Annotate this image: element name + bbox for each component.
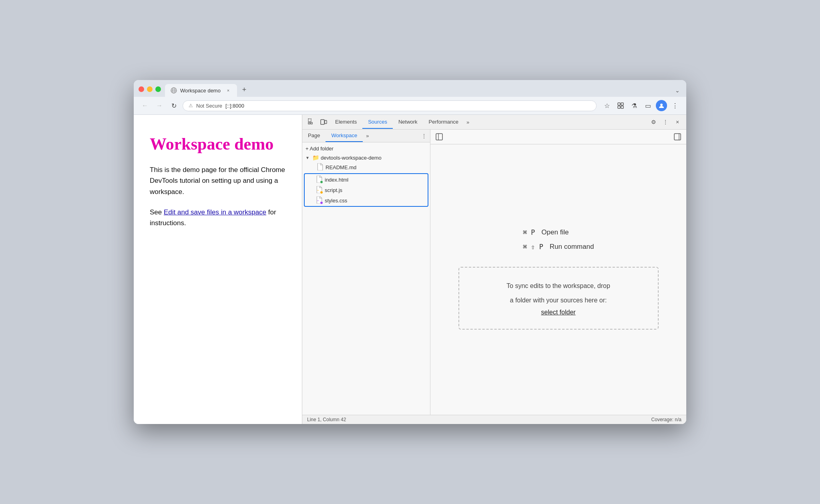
svg-rect-14 bbox=[325, 120, 327, 124]
minimize-window-button[interactable] bbox=[147, 86, 153, 92]
inspect-icon bbox=[308, 118, 315, 126]
svg-rect-15 bbox=[318, 190, 319, 190]
browser-tab-active[interactable]: Workspace demo × bbox=[165, 84, 237, 97]
webpage-content: Workspace demo This is the demo page for… bbox=[134, 115, 302, 424]
editor-toggle-button[interactable] bbox=[434, 131, 445, 142]
tree-file-index-html[interactable]: index.html bbox=[305, 174, 428, 185]
main-content: Workspace demo This is the demo page for… bbox=[134, 115, 686, 424]
sources-tab-page[interactable]: Page bbox=[302, 130, 326, 142]
shortcuts-area: ⌘ P Open file ⌘ ⇧ P Run command bbox=[523, 228, 594, 251]
status-coverage: Coverage: n/a bbox=[651, 417, 681, 422]
profile-button[interactable] bbox=[656, 100, 667, 111]
drop-zone-text-2: a folder with your sources here or: bbox=[478, 295, 639, 306]
device-icon bbox=[320, 118, 327, 126]
shortcut-run-label: Run command bbox=[550, 243, 594, 251]
close-window-button[interactable] bbox=[139, 86, 144, 92]
shortcut-open-file: ⌘ P Open file bbox=[523, 228, 569, 236]
svg-rect-17 bbox=[436, 134, 442, 140]
page-title: Workspace demo bbox=[150, 135, 286, 153]
window-controls bbox=[139, 86, 161, 97]
devtools-toolbar-right: ⚙ ⋮ × bbox=[648, 116, 683, 128]
devtools-close-button[interactable]: × bbox=[672, 116, 683, 128]
devtools-inspect-button[interactable] bbox=[305, 115, 318, 129]
page-body-text: This is the demo page for the official C… bbox=[150, 164, 286, 197]
html-file-icon bbox=[316, 176, 323, 184]
devtools-tab-sources[interactable]: Sources bbox=[362, 116, 393, 129]
tree-chevron-icon: ▼ bbox=[305, 156, 310, 160]
sources-tab-more[interactable]: » bbox=[363, 130, 372, 142]
tree-folder[interactable]: ▼ 📁 devtools-workspace-demo bbox=[302, 153, 430, 162]
address-input[interactable]: ⚠ Not Secure [::]:8000 bbox=[183, 100, 597, 111]
security-icon: ⚠ bbox=[189, 103, 193, 108]
tree-file-readme[interactable]: README.md bbox=[302, 162, 430, 172]
forward-button[interactable]: → bbox=[154, 100, 165, 111]
workspace-link[interactable]: Edit and save files in a workspace bbox=[164, 208, 266, 216]
readme-label: README.md bbox=[326, 164, 356, 170]
script-js-label: script.js bbox=[325, 187, 342, 193]
devtools-tab-elements[interactable]: Elements bbox=[330, 116, 362, 129]
sidebar-collapse-icon bbox=[674, 133, 681, 140]
svg-rect-16 bbox=[318, 200, 319, 201]
sources-sidebar: Page Workspace » ⋮ + Add folder bbox=[302, 130, 430, 415]
devtools-tab-performance[interactable]: Performance bbox=[423, 116, 464, 129]
sources-tab-bar: Page Workspace » ⋮ bbox=[302, 130, 430, 142]
devtools-settings-button[interactable]: ⚙ bbox=[648, 116, 659, 128]
devtools-tab-more[interactable]: » bbox=[464, 116, 472, 128]
sidebar-collapse-button[interactable] bbox=[672, 131, 683, 142]
file-tree: + Add folder ▼ 📁 devtools-workspace-demo bbox=[302, 142, 430, 415]
svg-rect-13 bbox=[321, 120, 324, 124]
shortcut-open-label: Open file bbox=[541, 228, 569, 236]
readme-file-icon bbox=[317, 163, 324, 171]
sidebar-button[interactable]: ▭ bbox=[642, 100, 653, 111]
drop-zone-text-1: To sync edits to the workspace, drop bbox=[478, 280, 639, 291]
sources-panel: Page Workspace » ⋮ + Add folder bbox=[302, 130, 686, 415]
green-dot bbox=[320, 180, 323, 184]
maximize-window-button[interactable] bbox=[155, 86, 161, 92]
file-highlight-group: index.html bbox=[304, 173, 428, 207]
svg-rect-10 bbox=[308, 119, 311, 122]
svg-rect-5 bbox=[618, 103, 620, 105]
shortcut-run-command: ⌘ ⇧ P Run command bbox=[523, 243, 594, 251]
svg-rect-12 bbox=[311, 122, 312, 124]
svg-rect-19 bbox=[674, 134, 681, 140]
purple-dot bbox=[320, 201, 323, 204]
tree-file-styles-css[interactable]: styles.css bbox=[305, 195, 428, 206]
svg-rect-8 bbox=[621, 106, 623, 108]
link-pre: See bbox=[150, 208, 164, 216]
svg-rect-11 bbox=[308, 122, 310, 124]
sources-tab-workspace[interactable]: Workspace bbox=[326, 130, 363, 142]
shortcut-run-keys: ⌘ ⇧ P bbox=[523, 243, 543, 251]
css-file-icon bbox=[316, 196, 323, 204]
tab-chevron-button[interactable]: ⌄ bbox=[675, 87, 680, 97]
sources-tab-menu[interactable]: ⋮ bbox=[418, 130, 430, 142]
tab-favicon bbox=[171, 87, 177, 94]
title-bar: Workspace demo × + ⌄ bbox=[134, 80, 686, 97]
page-link-text: See Edit and save files in a workspace f… bbox=[150, 207, 286, 228]
tree-file-script-js[interactable]: script.js bbox=[305, 185, 428, 195]
experiment-button[interactable]: ⚗ bbox=[629, 100, 640, 111]
extension-button[interactable] bbox=[615, 100, 626, 111]
profile-avatar bbox=[658, 102, 665, 109]
svg-point-9 bbox=[660, 104, 663, 106]
folder-label: devtools-workspace-demo bbox=[321, 155, 382, 161]
svg-rect-6 bbox=[621, 103, 623, 105]
back-button[interactable]: ← bbox=[139, 100, 151, 111]
new-tab-button[interactable]: + bbox=[239, 84, 250, 95]
extension-icon bbox=[617, 102, 624, 109]
browser-toolbar-icons: ☆ ⚗ ▭ ⋮ bbox=[601, 100, 681, 111]
select-folder-button[interactable]: select folder bbox=[541, 309, 575, 316]
devtools-tab-network[interactable]: Network bbox=[393, 116, 423, 129]
add-folder-button[interactable]: + Add folder bbox=[302, 144, 430, 153]
reload-button[interactable]: ↻ bbox=[168, 100, 179, 111]
chrome-menu-button[interactable]: ⋮ bbox=[669, 100, 681, 111]
index-html-label: index.html bbox=[325, 177, 348, 183]
devtools-tab-bar: Elements Sources Network Performance » ⚙… bbox=[302, 115, 686, 130]
bookmark-button[interactable]: ☆ bbox=[601, 100, 613, 111]
svg-rect-7 bbox=[618, 106, 620, 108]
editor-toggle-icon bbox=[436, 133, 443, 140]
drop-zone[interactable]: To sync edits to the workspace, drop a f… bbox=[458, 267, 659, 329]
devtools-menu-button[interactable]: ⋮ bbox=[660, 116, 671, 128]
tab-title: Workspace demo bbox=[180, 88, 222, 94]
tab-close-button[interactable]: × bbox=[225, 87, 231, 94]
devtools-device-button[interactable] bbox=[318, 115, 330, 129]
